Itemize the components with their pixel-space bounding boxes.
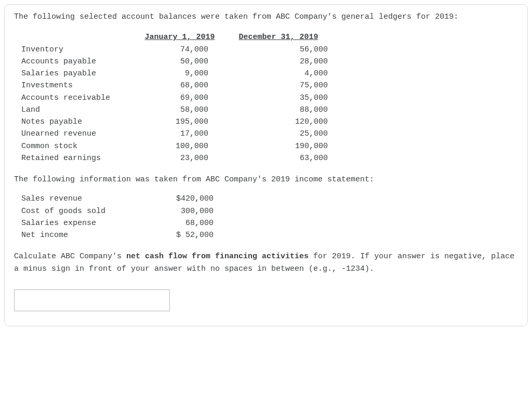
row-value: 68,000	[151, 217, 214, 229]
row-value-jan: 50,000	[130, 56, 208, 68]
table-row: Salaries expense 68,000	[21, 217, 518, 229]
question-emphasis: net cash flow from financing activities	[126, 252, 309, 261]
table-row: Cost of goods sold 300,000	[21, 205, 518, 217]
row-label: Sales revenue	[21, 193, 151, 205]
row-value-jan: 58,000	[130, 104, 208, 116]
table-row: Notes payable 195,000 120,000	[21, 116, 518, 128]
balances-header-row: January 1, 2019 December 31, 2019	[21, 31, 518, 43]
row-value-dec: 190,000	[250, 140, 328, 152]
table-row: Salaries payable 9,000 4,000	[21, 68, 518, 80]
row-value-jan: 195,000	[130, 116, 208, 128]
row-value: $420,000	[151, 193, 214, 205]
row-label: Retained earnings	[21, 152, 130, 164]
row-value-dec: 28,000	[250, 56, 328, 68]
row-label: Accounts payable	[21, 56, 130, 68]
header-december: December 31, 2019	[229, 31, 328, 43]
row-label: Salaries payable	[21, 68, 130, 80]
table-row: Unearned revenue 17,000 25,000	[21, 128, 518, 140]
table-row: Net income $ 52,000	[21, 229, 518, 241]
row-label: Accounts receivable	[21, 92, 130, 104]
intro-text: The following selected account balances …	[14, 11, 518, 23]
row-value-dec: 25,000	[250, 128, 328, 140]
row-label: Unearned revenue	[21, 128, 130, 140]
table-row: Inventory 74,000 56,000	[21, 44, 518, 56]
row-value-jan: 100,000	[130, 140, 208, 152]
row-value-jan: 17,000	[130, 128, 208, 140]
question-text: Calculate ABC Company's net cash flow fr…	[14, 250, 518, 275]
income-table: Sales revenue $420,000 Cost of goods sol…	[21, 193, 518, 241]
table-row: Accounts receivable 69,000 35,000	[21, 92, 518, 104]
row-value-dec: 63,000	[250, 152, 328, 164]
row-value-dec: 88,000	[250, 104, 328, 116]
row-label: Land	[21, 104, 130, 116]
row-value: 300,000	[151, 205, 214, 217]
row-value-jan: 23,000	[130, 152, 208, 164]
table-row: Accounts payable 50,000 28,000	[21, 56, 518, 68]
row-label: Investments	[21, 80, 130, 91]
table-row: Retained earnings 23,000 63,000	[21, 152, 518, 164]
row-value-dec: 4,000	[250, 68, 328, 80]
row-value-jan: 68,000	[130, 80, 208, 91]
mid-text: The following information was taken from…	[14, 174, 518, 186]
row-label: Cost of goods sold	[21, 205, 151, 217]
row-value: $ 52,000	[151, 229, 214, 241]
header-january: January 1, 2019	[130, 31, 229, 43]
row-value-dec: 35,000	[250, 92, 328, 104]
question-pre: Calculate ABC Company's	[14, 252, 126, 261]
header-spacer	[21, 31, 130, 43]
row-label: Common stock	[21, 140, 130, 152]
row-value-jan: 9,000	[130, 68, 208, 80]
table-row: Investments 68,000 75,000	[21, 80, 518, 91]
table-row: Land 58,000 88,000	[21, 104, 518, 116]
row-value-jan: 74,000	[130, 44, 208, 56]
row-value-dec: 120,000	[250, 116, 328, 128]
table-row: Sales revenue $420,000	[21, 193, 518, 205]
row-label: Salaries expense	[21, 217, 151, 229]
row-value-dec: 75,000	[250, 80, 328, 91]
row-value-jan: 69,000	[130, 92, 208, 104]
row-label: Inventory	[21, 44, 130, 56]
balances-table: January 1, 2019 December 31, 2019 Invent…	[21, 31, 518, 164]
table-row: Common stock 100,000 190,000	[21, 140, 518, 152]
question-panel: The following selected account balances …	[4, 4, 528, 326]
row-label: Net income	[21, 229, 151, 241]
row-value-dec: 56,000	[250, 44, 328, 56]
row-label: Notes payable	[21, 116, 130, 128]
answer-input[interactable]	[14, 289, 170, 311]
